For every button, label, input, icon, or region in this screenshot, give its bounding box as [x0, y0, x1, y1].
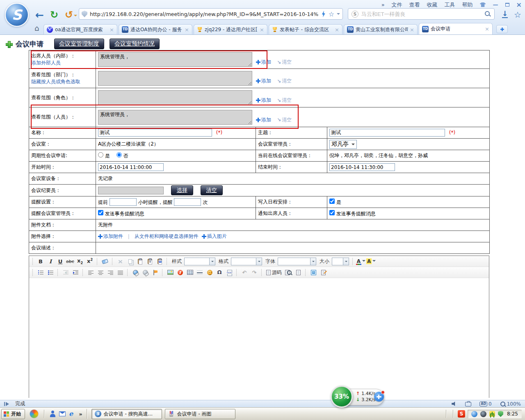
add-dept-link[interactable]: 添加: [256, 78, 271, 84]
tab-post-forum[interactable]: 发表帖子 - 综合交流区 ×: [269, 24, 342, 34]
style-select[interactable]: [184, 258, 215, 265]
start-time-input[interactable]: [98, 163, 164, 171]
underline-button[interactable]: U: [56, 257, 65, 266]
scope-user-textarea[interactable]: 系统管理员，: [98, 110, 252, 125]
speed-mode-icon[interactable]: [321, 11, 326, 17]
menu-favorites[interactable]: 收藏: [427, 1, 438, 9]
undo-close-button[interactable]: ↺: [65, 9, 73, 21]
tab-user-community[interactable]: zjq229 - 通达用户社区[ ×: [194, 24, 267, 34]
recorder-input[interactable]: [98, 187, 164, 194]
bullet-list-button[interactable]: [46, 268, 55, 277]
menu-tools[interactable]: 工具: [445, 1, 455, 9]
favorites-icon[interactable]: ☆: [514, 10, 521, 20]
taskbar-item-paint[interactable]: 会议申请 - 画图: [165, 409, 235, 419]
tab-meeting-apply[interactable]: TD 会议申请 ×: [419, 23, 493, 34]
quicklaunch-mail-icon[interactable]: [59, 411, 66, 416]
bookmark-star-icon[interactable]: ☆: [329, 10, 334, 18]
start-button[interactable]: 开始: [1, 409, 25, 419]
maximize-button[interactable]: [309, 268, 318, 277]
menu-view[interactable]: 查看: [409, 1, 420, 9]
tab-close-icon[interactable]: ×: [410, 27, 414, 33]
remind-times-input[interactable]: [174, 198, 201, 206]
remind-hours-input[interactable]: [110, 198, 137, 206]
recorder-select-button[interactable]: 选择: [171, 185, 193, 195]
skin-icon[interactable]: [480, 2, 486, 7]
templates-button[interactable]: [294, 268, 303, 277]
remove-link-button[interactable]: [141, 268, 150, 277]
notify-attendees-checkbox[interactable]: [329, 210, 335, 215]
clear-role-link[interactable]: ↘清空: [277, 97, 292, 104]
menu-overflow-icon[interactable]: »: [381, 2, 385, 8]
add-external-people-link[interactable]: 添加外部人员: [31, 60, 61, 66]
tab-close-icon[interactable]: ×: [185, 27, 189, 33]
tab-baidu-search[interactable]: oa通达官网_百度搜索 ×: [43, 24, 117, 34]
smiley-button[interactable]: [205, 268, 214, 277]
quicklaunch-messenger-icon[interactable]: [50, 411, 56, 417]
meeting-room-rules-button[interactable]: 会议室管理制度: [54, 39, 104, 49]
tab-huangshan-pump[interactable]: TD 黄山工业泵制造有限公司 ×: [344, 24, 418, 34]
minimize-button[interactable]: —: [493, 2, 498, 8]
clear-attendees-link[interactable]: ↘清空: [277, 59, 292, 66]
remind-admin-checkbox[interactable]: [98, 210, 103, 215]
text-color-button[interactable]: A: [356, 257, 365, 266]
justify-button[interactable]: [116, 268, 125, 277]
tab-close-icon[interactable]: ×: [260, 27, 264, 33]
from-file-cabinet-link[interactable]: 从文件柜和网络硬盘选择附件: [135, 233, 199, 240]
menu-file[interactable]: 文件: [392, 1, 402, 9]
end-time-input[interactable]: [329, 163, 395, 171]
back-button[interactable]: ←: [35, 9, 44, 21]
menu-help[interactable]: 帮助: [462, 1, 473, 9]
periodic-yes-radio[interactable]: [98, 152, 103, 158]
superscript-button[interactable]: x2: [85, 257, 94, 266]
outdent-button[interactable]: [61, 268, 70, 277]
hide-person-role-link[interactable]: 隐藏按人员或角色选取: [31, 79, 80, 84]
cut-button[interactable]: [116, 257, 125, 266]
page-break-button[interactable]: [225, 268, 234, 277]
add-attachment-link[interactable]: 添加附件: [98, 233, 123, 240]
tray-volume-icon[interactable]: [480, 411, 486, 417]
close-button[interactable]: ×: [516, 1, 522, 9]
room-admin-select[interactable]: 邓凡亭: [329, 140, 357, 149]
undo-dropdown-icon[interactable]: [74, 15, 77, 18]
strikethrough-button[interactable]: abc: [66, 257, 75, 266]
search-icon[interactable]: [484, 11, 491, 17]
insert-image-link[interactable]: 插入图片: [202, 233, 227, 240]
bg-color-button[interactable]: A: [366, 257, 376, 266]
insert-image-button[interactable]: [166, 268, 175, 277]
tray-shield-icon[interactable]: [498, 411, 503, 417]
tray-360-icon[interactable]: [489, 411, 495, 417]
quicklaunch-overflow-icon[interactable]: »: [79, 411, 82, 417]
spellcheck-button[interactable]: [319, 268, 328, 277]
add-user-link[interactable]: 添加: [256, 116, 271, 123]
quicklaunch-ie-icon[interactable]: e: [69, 411, 73, 417]
url-text[interactable]: http://192.168.0.220/general/meeting/app…: [90, 11, 319, 17]
redo-button[interactable]: ↷: [250, 268, 259, 277]
align-right-button[interactable]: [106, 268, 115, 277]
indent-button[interactable]: [71, 268, 80, 277]
meeting-room-booking-button[interactable]: 会议室预约情况: [110, 39, 160, 49]
tab-close-icon[interactable]: ×: [110, 27, 114, 33]
horizontal-rule-button[interactable]: [195, 268, 204, 277]
remove-format-button[interactable]: [100, 257, 110, 266]
progress-sphere[interactable]: 33%: [331, 386, 353, 408]
speaker-icon[interactable]: [452, 402, 457, 406]
special-char-button[interactable]: Ω: [215, 268, 224, 277]
italic-button[interactable]: I: [46, 257, 55, 266]
insert-table-button[interactable]: [185, 268, 194, 277]
new-tab-button[interactable]: [496, 25, 508, 33]
scope-dept-textarea[interactable]: [98, 71, 252, 86]
paste-word-button[interactable]: [155, 257, 164, 266]
home-icon[interactable]: ⌂: [34, 24, 39, 32]
paste-text-button[interactable]: [145, 257, 154, 266]
download-icon[interactable]: ↓: [502, 10, 508, 18]
periodic-no-radio[interactable]: [116, 152, 122, 158]
clear-user-link[interactable]: ↘清空: [277, 116, 292, 123]
subscript-button[interactable]: x2: [75, 257, 84, 266]
search-input[interactable]: [361, 11, 482, 17]
restore-button[interactable]: [505, 3, 509, 7]
copy-button[interactable]: [126, 257, 135, 266]
address-bar[interactable]: http://192.168.0.220/general/meeting/app…: [79, 8, 343, 20]
bold-button[interactable]: B: [36, 257, 45, 266]
add-role-link[interactable]: 添加: [256, 97, 271, 104]
align-left-button[interactable]: [86, 268, 95, 277]
